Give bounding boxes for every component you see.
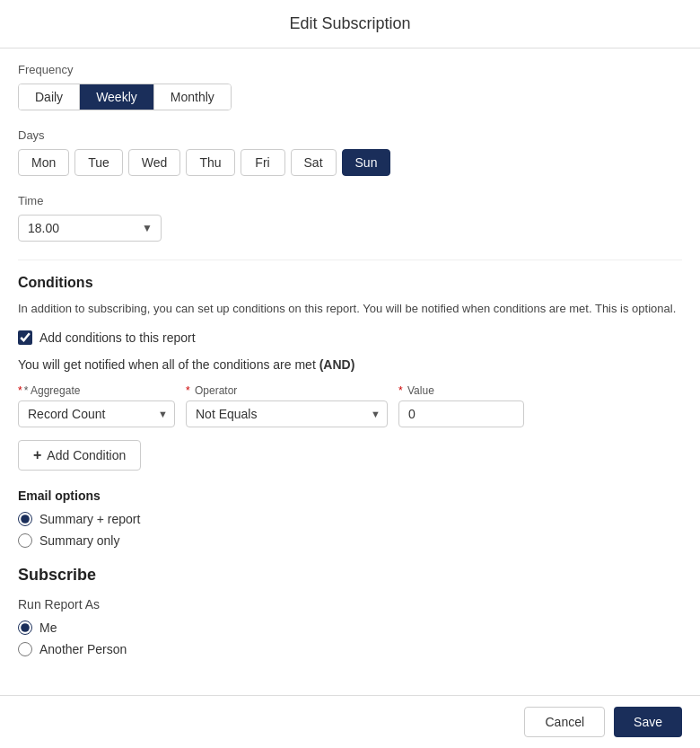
condition-row: ** Aggregate Record Count Sum Average Mi… <box>18 384 682 427</box>
frequency-group: Daily Weekly Monthly <box>18 84 232 110</box>
operator-select-wrap: Not Equals Equals Greater Than Less Than… <box>186 400 388 427</box>
frequency-label: Frequency <box>18 63 682 76</box>
days-section: Days Mon Tue Wed Thu Fri Sat Sun <box>18 128 682 176</box>
conditions-description: In addition to subscribing, you can set … <box>18 300 682 318</box>
save-button[interactable]: Save <box>614 707 682 737</box>
modal-header: Edit Subscription <box>0 0 700 48</box>
day-fri-button[interactable]: Fri <box>241 149 285 176</box>
value-field: * Value <box>398 384 524 427</box>
add-conditions-label: Add conditions to this report <box>39 330 196 345</box>
conditions-section: Conditions In addition to subscribing, y… <box>18 275 682 471</box>
value-label: * Value <box>398 384 524 397</box>
email-options-section: Email options Summary + report Summary o… <box>18 488 682 548</box>
frequency-section: Frequency Daily Weekly Monthly <box>18 63 682 110</box>
email-options-title: Email options <box>18 488 682 503</box>
time-select-wrapper: 18.00 06.00 07.00 08.00 09.00 10.00 17.0… <box>18 215 162 242</box>
conditions-title: Conditions <box>18 275 682 291</box>
and-notice-text: You will get notified when all of the co… <box>18 357 319 372</box>
day-thu-button[interactable]: Thu <box>186 149 234 176</box>
run-as-me-radio[interactable] <box>18 620 32 635</box>
summary-report-label: Summary + report <box>39 512 140 526</box>
modal: Edit Subscription Frequency Daily Weekly… <box>0 0 700 748</box>
subscribe-title: Subscribe <box>18 566 682 585</box>
freq-daily-button[interactable]: Daily <box>19 84 80 110</box>
day-wed-button[interactable]: Wed <box>128 149 181 176</box>
summary-only-label: Summary only <box>39 533 119 548</box>
run-as-another-radio[interactable] <box>18 642 32 656</box>
run-as-another-label: Another Person <box>39 642 127 656</box>
summary-only-radio[interactable] <box>18 533 32 548</box>
days-label: Days <box>18 128 682 142</box>
cancel-button[interactable]: Cancel <box>524 707 605 737</box>
add-condition-label: Add Condition <box>47 448 126 462</box>
operator-field: * Operator Not Equals Equals Greater Tha… <box>186 384 388 427</box>
freq-monthly-button[interactable]: Monthly <box>154 84 231 110</box>
add-condition-button[interactable]: + Add Condition <box>18 440 141 471</box>
summary-report-row: Summary + report <box>18 512 682 526</box>
operator-select[interactable]: Not Equals Equals Greater Than Less Than… <box>186 400 388 427</box>
time-section: Time 18.00 06.00 07.00 08.00 09.00 10.00… <box>18 194 682 242</box>
run-as-me-label: Me <box>39 620 57 635</box>
day-sat-button[interactable]: Sat <box>291 149 337 176</box>
run-report-label: Run Report As <box>18 597 682 612</box>
and-bold: (AND) <box>319 357 355 372</box>
add-conditions-row: Add conditions to this report <box>18 330 682 345</box>
plus-icon: + <box>33 447 41 463</box>
aggregate-select-wrap: Record Count Sum Average Min Max ▼ <box>18 400 175 427</box>
add-conditions-checkbox[interactable] <box>18 330 32 345</box>
value-input[interactable] <box>398 400 524 427</box>
aggregate-label: ** Aggregate <box>18 384 175 397</box>
divider-1 <box>18 260 682 260</box>
time-label: Time <box>18 194 682 207</box>
summary-only-row: Summary only <box>18 533 682 548</box>
summary-report-radio[interactable] <box>18 512 32 526</box>
modal-body: Frequency Daily Weekly Monthly Days Mon … <box>0 48 700 695</box>
day-tue-button[interactable]: Tue <box>74 149 123 176</box>
modal-footer: Cancel Save <box>0 695 700 748</box>
time-select[interactable]: 18.00 06.00 07.00 08.00 09.00 10.00 17.0… <box>18 215 162 242</box>
day-sun-button[interactable]: Sun <box>342 149 391 176</box>
run-as-me-row: Me <box>18 620 682 635</box>
subscribe-section: Subscribe Run Report As Me Another Perso… <box>18 566 682 656</box>
days-group: Mon Tue Wed Thu Fri Sat Sun <box>18 149 682 176</box>
aggregate-field: ** Aggregate Record Count Sum Average Mi… <box>18 384 175 427</box>
freq-weekly-button[interactable]: Weekly <box>80 84 154 110</box>
operator-label: * Operator <box>186 384 388 397</box>
aggregate-select[interactable]: Record Count Sum Average Min Max <box>18 400 175 427</box>
modal-title: Edit Subscription <box>289 14 410 32</box>
and-notice: You will get notified when all of the co… <box>18 357 682 372</box>
run-as-another-row: Another Person <box>18 642 682 656</box>
day-mon-button[interactable]: Mon <box>18 149 69 176</box>
